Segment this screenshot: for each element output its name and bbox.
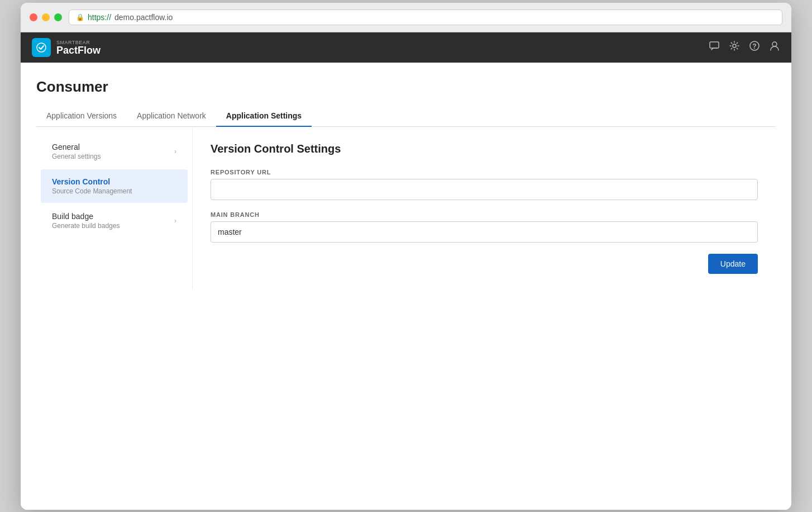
browser-window: 🔒 https://demo.pactflow.io SMARTBEAR Pac…	[21, 3, 791, 510]
settings-icon[interactable]	[729, 40, 740, 54]
sidebar-item-version-control[interactable]: Version Control Source Code Management	[41, 169, 188, 203]
header-icons: ?	[709, 40, 780, 54]
main-branch-label: MAIN BRANCH	[211, 211, 758, 218]
sidebar-item-general[interactable]: General General settings ›	[41, 135, 188, 168]
chevron-right-icon: ›	[174, 148, 176, 155]
chevron-right-icon-2: ›	[174, 217, 176, 225]
tabs-bar: Application Versions Application Network…	[36, 106, 776, 127]
sidebar-item-general-subtitle: General settings	[52, 153, 101, 160]
sidebar-item-build-badge-content: Build badge Generate build badges	[52, 212, 120, 230]
logo-product: PactFlow	[56, 45, 101, 55]
page-title: Consumer	[36, 78, 776, 96]
lock-icon: 🔒	[76, 13, 84, 21]
logo-icon	[32, 38, 51, 57]
form-actions: Update	[211, 254, 758, 274]
logo-text: SMARTBEAR PactFlow	[56, 40, 101, 55]
user-icon[interactable]	[769, 40, 780, 54]
svg-point-0	[37, 43, 46, 52]
svg-point-5	[772, 42, 777, 46]
sidebar-item-build-badge[interactable]: Build badge Generate build badges ›	[41, 204, 188, 238]
tab-application-settings[interactable]: Application Settings	[216, 106, 312, 127]
svg-text:?: ?	[752, 42, 756, 50]
chat-icon[interactable]	[709, 40, 720, 54]
minimize-button[interactable]	[42, 13, 50, 21]
repository-url-input[interactable]	[211, 179, 758, 200]
sidebar-item-build-badge-subtitle: Generate build badges	[52, 222, 120, 230]
main-branch-group: MAIN BRANCH	[211, 211, 758, 243]
sidebar-item-version-control-title: Version Control	[52, 177, 132, 186]
tab-application-versions[interactable]: Application Versions	[36, 106, 127, 127]
close-button[interactable]	[30, 13, 37, 21]
repository-url-label: REPOSITORY URL	[211, 169, 758, 176]
browser-chrome: 🔒 https://demo.pactflow.io	[21, 3, 791, 32]
address-bar[interactable]: 🔒 https://demo.pactflow.io	[69, 10, 782, 25]
traffic-lights	[30, 13, 62, 21]
sidebar-item-version-control-content: Version Control Source Code Management	[52, 177, 132, 195]
page-content: Consumer Application Versions Applicatio…	[21, 63, 791, 510]
main-branch-input[interactable]	[211, 221, 758, 243]
sidebar-item-general-content: General General settings	[52, 143, 101, 160]
update-button[interactable]: Update	[708, 254, 758, 274]
help-icon[interactable]: ?	[749, 40, 760, 54]
logo-brand: SMARTBEAR	[56, 40, 101, 45]
logo-area: SMARTBEAR PactFlow	[32, 38, 101, 57]
main-layout: General General settings › Version Contr…	[36, 127, 776, 290]
tab-application-network[interactable]: Application Network	[127, 106, 216, 127]
repository-url-group: REPOSITORY URL	[211, 169, 758, 200]
sidebar-item-version-control-subtitle: Source Code Management	[52, 187, 132, 195]
section-title: Version Control Settings	[211, 143, 758, 155]
maximize-button[interactable]	[54, 13, 62, 21]
svg-rect-1	[710, 42, 719, 48]
sidebar: General General settings › Version Contr…	[36, 127, 193, 290]
content-area: Version Control Settings REPOSITORY URL …	[193, 127, 776, 290]
sidebar-item-general-title: General	[52, 143, 101, 151]
svg-point-2	[733, 44, 736, 48]
sidebar-item-build-badge-title: Build badge	[52, 212, 120, 221]
url-rest: demo.pactflow.io	[114, 13, 173, 22]
url-https: https://	[88, 13, 111, 22]
app-header: SMARTBEAR PactFlow ?	[21, 32, 791, 63]
